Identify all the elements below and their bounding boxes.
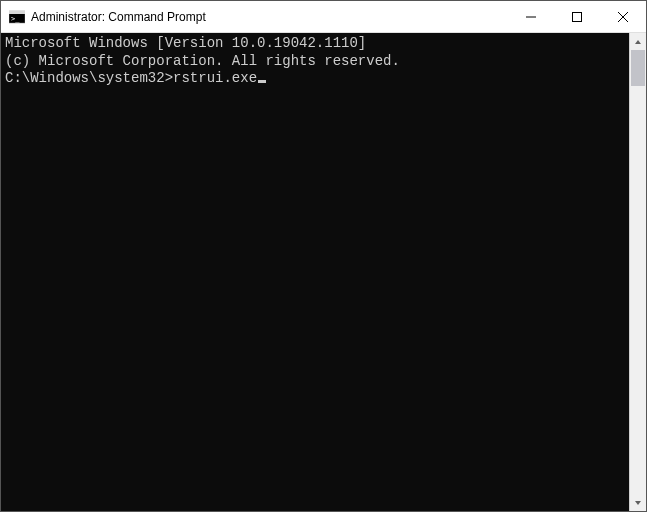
window-controls bbox=[508, 1, 646, 32]
scroll-up-button[interactable] bbox=[630, 33, 646, 50]
scroll-down-button[interactable] bbox=[630, 494, 646, 511]
terminal-line: (c) Microsoft Corporation. All rights re… bbox=[5, 53, 625, 71]
svg-marker-7 bbox=[635, 40, 641, 44]
terminal-line: Microsoft Windows [Version 10.0.19042.11… bbox=[5, 35, 625, 53]
maximize-button[interactable] bbox=[554, 1, 600, 32]
svg-text:>_: >_ bbox=[11, 15, 20, 23]
window-title: Administrator: Command Prompt bbox=[31, 10, 508, 24]
command-input: rstrui.exe bbox=[173, 70, 257, 86]
app-icon: >_ bbox=[9, 9, 25, 25]
prompt: C:\Windows\system32> bbox=[5, 70, 173, 86]
vertical-scrollbar[interactable] bbox=[629, 33, 646, 511]
titlebar[interactable]: >_ Administrator: Command Prompt bbox=[1, 1, 646, 33]
svg-marker-8 bbox=[635, 501, 641, 505]
svg-rect-1 bbox=[9, 11, 25, 14]
svg-rect-4 bbox=[573, 12, 582, 21]
command-prompt-window: >_ Administrator: Command Prompt Microso… bbox=[0, 0, 647, 512]
minimize-button[interactable] bbox=[508, 1, 554, 32]
terminal[interactable]: Microsoft Windows [Version 10.0.19042.11… bbox=[1, 33, 629, 511]
scrollbar-track[interactable] bbox=[630, 50, 646, 494]
close-button[interactable] bbox=[600, 1, 646, 32]
cursor bbox=[258, 80, 266, 83]
content-area: Microsoft Windows [Version 10.0.19042.11… bbox=[1, 33, 646, 511]
terminal-prompt-line: C:\Windows\system32>rstrui.exe bbox=[5, 70, 625, 88]
scrollbar-thumb[interactable] bbox=[631, 50, 645, 86]
